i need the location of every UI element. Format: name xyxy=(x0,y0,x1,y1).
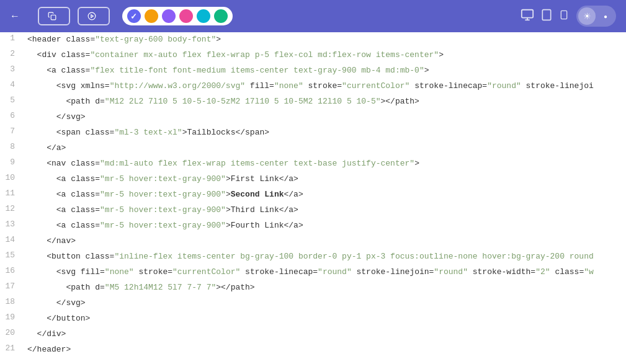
code-table: 1<header class="text-gray-600 body-font"… xyxy=(0,32,626,358)
line-content: <svg fill="none" stroke="currentColor" s… xyxy=(22,265,626,280)
table-row: 13 <a class="mr-5 hover:text-gray-900">F… xyxy=(0,218,626,234)
svg-point-1 xyxy=(88,12,96,20)
line-number: 14 xyxy=(0,234,22,249)
table-row: 17 <path d="M5 12h14M12 5l7 7-7 7"></pat… xyxy=(0,280,626,296)
line-number: 15 xyxy=(0,249,22,265)
mobile-icon[interactable] xyxy=(559,8,569,24)
swatch-cyan[interactable] xyxy=(197,9,210,23)
line-content: <button class="inline-flex items-center … xyxy=(22,249,626,265)
table-row: 7 <span class="ml-3 text-xl">Tailblocks<… xyxy=(0,125,626,141)
table-row: 11 <a class="mr-5 hover:text-gray-900">S… xyxy=(0,187,626,203)
device-icons xyxy=(521,8,569,24)
swatch-indigo[interactable] xyxy=(127,9,141,23)
line-content: <a class="mr-5 hover:text-gray-900">Thir… xyxy=(22,203,626,218)
dark-theme-button[interactable]: ● xyxy=(597,7,614,25)
table-row: 20 </div> xyxy=(0,327,626,342)
line-content: </svg> xyxy=(22,110,626,125)
table-row: 3 <a class="flex title-font font-medium … xyxy=(0,63,626,79)
line-number: 6 xyxy=(0,110,22,125)
color-swatches xyxy=(122,7,233,25)
svg-rect-3 xyxy=(522,10,533,18)
line-content: </nav> xyxy=(22,234,626,249)
swatch-amber[interactable] xyxy=(145,9,158,23)
line-content: </div> xyxy=(22,327,626,342)
line-number: 3 xyxy=(0,63,22,79)
preview-icon xyxy=(87,12,96,20)
tablet-icon[interactable] xyxy=(540,8,553,24)
desktop-icon[interactable] xyxy=(521,8,534,24)
table-row: 4 <svg xmlns="http://www.w3.org/2000/svg… xyxy=(0,79,626,94)
table-row: 21</header> xyxy=(0,342,626,358)
line-content: <svg xmlns="http://www.w3.org/2000/svg" … xyxy=(22,79,626,94)
table-row: 10 <a class="mr-5 hover:text-gray-900">F… xyxy=(0,172,626,187)
light-theme-button[interactable]: ☀ xyxy=(578,7,596,25)
line-number: 16 xyxy=(0,265,22,280)
table-row: 18 </svg> xyxy=(0,296,626,311)
line-number: 7 xyxy=(0,125,22,141)
copy-to-clipboard-button[interactable] xyxy=(38,7,70,25)
line-number: 18 xyxy=(0,296,22,311)
line-content: <div class="container mx-auto flex flex-… xyxy=(22,48,626,63)
line-content: <header class="text-gray-600 body-font"> xyxy=(22,32,626,48)
back-arrow-icon[interactable]: ← xyxy=(10,11,20,22)
line-content: </a> xyxy=(22,141,626,156)
preview-button[interactable] xyxy=(78,7,110,25)
line-content: </header> xyxy=(22,342,626,358)
line-content: <a class="mr-5 hover:text-gray-900">Firs… xyxy=(22,172,626,187)
code-container: 1<header class="text-gray-600 body-font"… xyxy=(0,32,626,364)
swatch-green[interactable] xyxy=(214,9,228,23)
line-content: <nav class="md:ml-auto flex flex-wrap it… xyxy=(22,156,626,172)
table-row: 15 <button class="inline-flex items-cent… xyxy=(0,249,626,265)
line-content: </svg> xyxy=(22,296,626,311)
line-number: 17 xyxy=(0,280,22,296)
table-row: 2 <div class="container mx-auto flex fle… xyxy=(0,48,626,63)
line-content: </button> xyxy=(22,311,626,327)
table-row: 1<header class="text-gray-600 body-font"… xyxy=(0,32,626,48)
line-number: 2 xyxy=(0,48,22,63)
table-row: 8 </a> xyxy=(0,141,626,156)
svg-marker-2 xyxy=(91,15,93,18)
table-row: 19 </button> xyxy=(0,311,626,327)
topbar: ← xyxy=(0,0,626,32)
line-content: <a class="mr-5 hover:text-gray-900">Four… xyxy=(22,218,626,234)
line-number: 10 xyxy=(0,172,22,187)
line-number: 11 xyxy=(0,187,22,203)
line-content: <path d="M5 12h14M12 5l7 7-7 7"></path> xyxy=(22,280,626,296)
table-row: 12 <a class="mr-5 hover:text-gray-900">T… xyxy=(0,203,626,218)
logo-area: ← xyxy=(10,11,25,22)
line-number: 5 xyxy=(0,94,22,110)
table-row: 9 <nav class="md:ml-auto flex flex-wrap … xyxy=(0,156,626,172)
line-number: 1 xyxy=(0,32,22,48)
line-content: <path d="M12 2L2 7l10 5 10-5-10-5zM2 17l… xyxy=(22,94,626,110)
theme-toggle: ☀ ● xyxy=(576,6,616,27)
svg-rect-0 xyxy=(51,15,56,20)
line-number: 20 xyxy=(0,327,22,342)
line-number: 9 xyxy=(0,156,22,172)
line-content: <span class="ml-3 text-xl">Tailblocks</s… xyxy=(22,125,626,141)
line-content: <a class="mr-5 hover:text-gray-900">Seco… xyxy=(22,187,626,203)
table-row: 16 <svg fill="none" stroke="currentColor… xyxy=(0,265,626,280)
line-number: 8 xyxy=(0,141,22,156)
line-number: 4 xyxy=(0,79,22,94)
table-row: 5 <path d="M12 2L2 7l10 5 10-5-10-5zM2 1… xyxy=(0,94,626,110)
line-number: 13 xyxy=(0,218,22,234)
line-number: 12 xyxy=(0,203,22,218)
line-number: 21 xyxy=(0,342,22,358)
line-number: 19 xyxy=(0,311,22,327)
copy-icon xyxy=(48,12,56,20)
table-row: 14 </nav> xyxy=(0,234,626,249)
swatch-purple[interactable] xyxy=(162,9,176,23)
swatch-pink[interactable] xyxy=(179,9,193,23)
table-row: 6 </svg> xyxy=(0,110,626,125)
line-content: <a class="flex title-font font-medium it… xyxy=(22,63,626,79)
